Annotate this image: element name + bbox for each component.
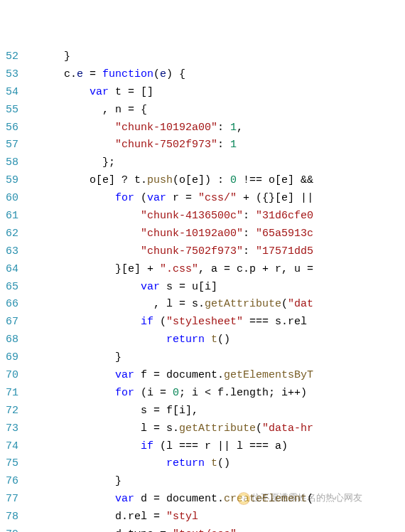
code-line[interactable]: , l = s.getAttribute("dat xyxy=(26,296,405,314)
token-str: "text/css" xyxy=(173,528,237,532)
code-line[interactable]: "chunk-7502f973": "17571dd5 xyxy=(26,243,405,261)
code-line[interactable]: var d = document.createElement( xyxy=(26,491,405,509)
code-line[interactable]: if (l === r || l === a) xyxy=(26,438,405,456)
code-line[interactable]: s = f[i], xyxy=(26,403,405,420)
token-ident: (o[e]) : xyxy=(173,174,230,186)
code-line[interactable]: return t() xyxy=(26,455,405,473)
line-number: 71 xyxy=(0,385,18,403)
token-ident: (l === r || l === a) xyxy=(153,440,288,452)
line-number: 76 xyxy=(0,473,18,491)
code-line[interactable]: d.rel = "styl xyxy=(26,509,405,526)
token-pn: ( xyxy=(307,493,313,505)
code-line[interactable]: if ("stylesheet" === s.rel xyxy=(26,314,405,331)
token-pn xyxy=(26,440,141,452)
line-number: 68 xyxy=(0,331,18,349)
token-kw: function xyxy=(102,68,153,80)
code-line[interactable]: var t = [] xyxy=(26,84,405,102)
code-line[interactable]: "chunk-10192a00": 1, xyxy=(26,119,405,137)
code-line[interactable]: , n = { xyxy=(26,102,405,119)
token-ident: d.type = xyxy=(26,528,173,532)
token-pn xyxy=(26,122,115,134)
token-pn: : xyxy=(243,228,256,240)
code-line[interactable]: "chunk-10192a00": "65a5913c xyxy=(26,225,405,243)
token-fn: t xyxy=(211,334,217,346)
token-str: "stylesheet" xyxy=(166,316,243,328)
token-ident: s = u[i] xyxy=(160,281,217,293)
token-pn: ) { xyxy=(166,68,185,80)
token-ident: , a = c.p + r, u = xyxy=(198,263,313,275)
token-str: "chunk-7502f973" xyxy=(115,139,217,151)
token-ident: o[e] ? t. xyxy=(26,174,147,186)
token-num: 0 xyxy=(173,387,179,399)
line-number: 56 xyxy=(0,119,18,137)
token-pn: : xyxy=(243,245,256,257)
token-num: 0 xyxy=(230,174,237,186)
token-pn: } xyxy=(26,351,122,363)
line-number: 60 xyxy=(0,190,18,208)
token-pn xyxy=(26,192,115,204)
token-pn xyxy=(26,139,115,151)
code-line[interactable]: d.type = "text/css" xyxy=(26,526,405,532)
line-number: 73 xyxy=(0,420,18,438)
token-fn: getElementsByT xyxy=(224,369,313,381)
token-fn: push xyxy=(147,174,173,186)
line-number: 53 xyxy=(0,66,18,84)
code-line[interactable]: for (i = 0; i < f.length; i++) xyxy=(26,385,405,403)
token-ident: === s.rel xyxy=(243,316,313,328)
token-kw: var xyxy=(115,369,134,381)
line-number: 54 xyxy=(0,84,18,102)
token-pn: : xyxy=(217,139,230,151)
code-line[interactable]: "chunk-7502f973": 1 xyxy=(26,137,405,154)
line-number: 59 xyxy=(0,172,18,190)
token-fn: getAttribute xyxy=(179,422,256,435)
token-kw: for xyxy=(115,192,134,204)
token-ident: }[e] + xyxy=(26,263,160,275)
token-ident: c. xyxy=(26,68,77,80)
token-kw: for xyxy=(115,387,134,399)
code-line[interactable]: } xyxy=(26,48,405,66)
token-ident: t = [] xyxy=(109,86,153,98)
token-str: "chunk-10192a00" xyxy=(115,122,217,134)
token-pn xyxy=(26,86,90,98)
code-line[interactable]: o[e] ? t.push(o[e]) : 0 !== o[e] && xyxy=(26,172,405,190)
code-line[interactable]: var f = document.getElementsByT xyxy=(26,367,405,385)
token-pn xyxy=(26,210,141,222)
line-number-gutter: 5253545556575859606162636465666768697071… xyxy=(0,48,26,532)
token-ident: , n = { xyxy=(26,104,147,116)
token-str: "styl xyxy=(166,511,198,523)
line-number: 57 xyxy=(0,137,18,154)
code-content[interactable]: } c.e = function(e) { var t = [] , n = {… xyxy=(26,48,405,532)
code-line[interactable]: l = s.getAttribute("data-hr xyxy=(26,420,405,438)
token-pn xyxy=(26,369,115,381)
token-ident: , l = s. xyxy=(26,298,205,310)
code-line[interactable]: for (var r = "css/" + ({}[e] || xyxy=(26,190,405,208)
token-pn: } xyxy=(26,475,122,487)
token-fn: createElement xyxy=(224,493,307,505)
code-line[interactable]: "chunk-4136500c": "31d6cfe0 xyxy=(26,208,405,225)
token-pn: () xyxy=(217,334,230,346)
code-line[interactable]: return t() xyxy=(26,331,405,349)
line-number: 52 xyxy=(0,48,18,66)
token-kw: if xyxy=(141,440,153,452)
token-pn xyxy=(205,457,211,469)
line-number: 61 xyxy=(0,208,18,225)
token-pn: }; xyxy=(26,156,115,169)
token-pn xyxy=(26,228,141,240)
token-str: ".css" xyxy=(160,263,198,275)
token-pn: ( xyxy=(281,298,288,310)
code-line[interactable]: var s = u[i] xyxy=(26,279,405,297)
code-line[interactable]: c.e = function(e) { xyxy=(26,66,405,84)
token-pn xyxy=(26,245,141,257)
token-str: "chunk-4136500c" xyxy=(141,210,243,222)
token-kw: var xyxy=(147,192,166,204)
token-str: "chunk-10192a00" xyxy=(141,228,243,240)
code-line[interactable]: } xyxy=(26,349,405,367)
code-line[interactable]: }; xyxy=(26,154,405,172)
code-line[interactable]: } xyxy=(26,473,405,491)
code-line[interactable]: }[e] + ".css", a = c.p + r, u = xyxy=(26,261,405,279)
code-editor: 5253545556575859606162636465666768697071… xyxy=(0,48,405,532)
line-number: 64 xyxy=(0,261,18,279)
token-obj: e xyxy=(77,68,83,80)
token-pn xyxy=(26,493,115,505)
token-kw: return xyxy=(166,457,205,469)
